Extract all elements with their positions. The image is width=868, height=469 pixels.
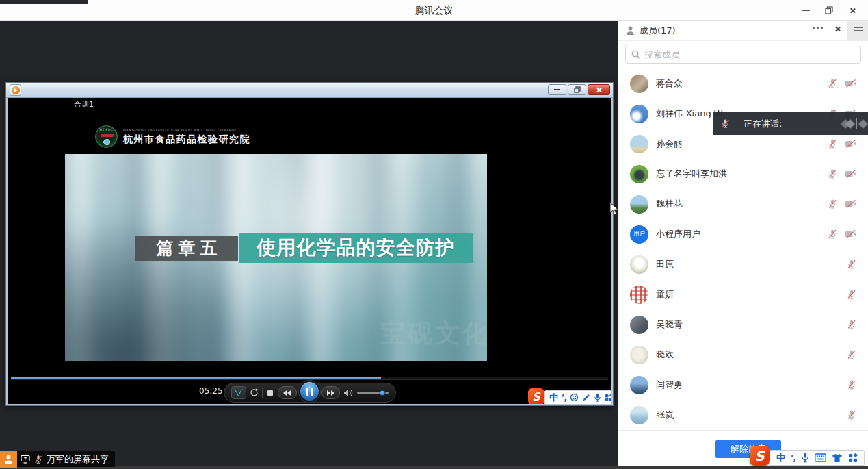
member-row[interactable]: 忘了名字叫李加洪 [618, 159, 868, 189]
member-search-box[interactable] [625, 45, 861, 64]
emoji-icon[interactable] [570, 393, 579, 402]
avatar [630, 165, 648, 183]
app-titlebar: 腾讯会议 [0, 0, 868, 21]
presenter-badge[interactable]: 万军的屏幕共享 [0, 451, 115, 468]
member-row[interactable]: 吴晓青 [618, 309, 868, 340]
close-button[interactable] [841, 0, 864, 21]
minimize-button[interactable] [794, 0, 817, 21]
member-row[interactable]: 童妍 [618, 279, 868, 309]
panel-menu-button[interactable] [847, 21, 868, 41]
mic-muted-icon[interactable] [846, 349, 857, 360]
restore-icon [825, 6, 833, 14]
ime-mic-icon[interactable] [801, 453, 809, 463]
seek-bar[interactable] [11, 377, 608, 380]
mic-muted-icon[interactable] [846, 319, 857, 330]
ime-mic-icon[interactable] [594, 393, 601, 402]
taskbar-strip[interactable] [0, 466, 868, 469]
member-row[interactable]: 晓欢 [618, 340, 868, 370]
volume-knob[interactable] [379, 390, 385, 396]
members-header: 成员(17) [618, 21, 868, 41]
screen-share-icon [21, 455, 30, 464]
ime-punct-toggle[interactable]: ’, [562, 393, 566, 403]
panel-close-button[interactable] [834, 26, 841, 32]
restore-button[interactable] [817, 0, 841, 21]
mic-muted-icon[interactable] [846, 379, 857, 390]
ime-grid-icon[interactable] [848, 453, 858, 463]
fast-forward-button[interactable] [321, 386, 341, 399]
sogou-logo-icon[interactable]: S [750, 446, 770, 466]
ime-grid-icon[interactable] [605, 394, 611, 402]
speaking-label: 正在讲话: [744, 118, 782, 130]
members-icon [625, 25, 635, 36]
mic-muted-icon[interactable] [846, 409, 857, 420]
avatar [630, 135, 648, 153]
search-icon [631, 50, 640, 59]
player-titlebar[interactable] [6, 83, 613, 98]
player-minimize-button[interactable] [548, 84, 566, 95]
institute-name-en: HANGZHOU INSTITUTE FOR FOOD AND DRUG CON… [123, 128, 250, 132]
member-row[interactable]: 张岚 [618, 400, 868, 430]
member-row[interactable]: 用户 小程序用户 [618, 219, 868, 249]
presenter-avatar-icon[interactable] [0, 451, 17, 468]
rewind-button[interactable] [278, 386, 297, 399]
ime-skin-icon[interactable] [832, 453, 843, 463]
player-restore-button[interactable] [568, 84, 586, 95]
member-row[interactable]: 闫智勇 [618, 370, 868, 400]
mouse-cursor [609, 202, 619, 216]
mic-muted-icon[interactable] [827, 138, 838, 149]
volume-button[interactable] [343, 389, 354, 397]
sogou-logo-icon[interactable]: S [528, 388, 544, 404]
member-name: 小程序用户 [656, 228, 819, 240]
camera-muted-icon[interactable] [845, 229, 857, 239]
avatar [630, 255, 648, 274]
volume-slider[interactable] [357, 392, 389, 394]
mic-muted-icon[interactable] [827, 199, 838, 210]
repeat-button[interactable] [250, 388, 259, 397]
member-name: 田原 [656, 258, 839, 270]
pause-button[interactable] [299, 381, 320, 402]
mic-muted-icon[interactable] [846, 289, 857, 300]
repeat-icon [250, 388, 259, 397]
screen-corner-strip [0, 0, 88, 4]
member-name: 魏桂花 [656, 198, 819, 210]
member-row[interactable]: 魏桂花 [618, 189, 868, 219]
ime-lang-toggle[interactable]: 中 [549, 392, 558, 404]
member-name: 吴晓青 [656, 318, 839, 331]
member-row[interactable]: 田原 [618, 249, 868, 279]
camera-muted-icon[interactable] [845, 199, 857, 209]
ime-keyboard-icon[interactable] [815, 453, 826, 462]
member-name: 童妍 [656, 288, 839, 301]
camera-muted-icon[interactable] [845, 139, 857, 149]
institute-logo-icon: HZIFDC [95, 125, 118, 148]
elapsed-time: 05:25 [199, 386, 223, 396]
close-icon [850, 8, 856, 14]
video-content[interactable]: 合训1 HZIFDC HANGZHOU INSTITUTE FOR FOOD A… [8, 98, 611, 404]
mic-muted-icon[interactable] [846, 259, 857, 270]
avatar: 用户 [630, 225, 648, 244]
player-app-icon [10, 84, 21, 96]
chapter-title: 使用化学品的安全防护 [239, 233, 473, 263]
member-search-input[interactable] [644, 49, 855, 60]
camera-muted-icon[interactable] [845, 79, 857, 88]
player-logo-button[interactable] [231, 386, 246, 399]
video-corner-label: 合训1 [74, 99, 94, 110]
pencil-icon[interactable] [582, 394, 590, 402]
desktop: 腾讯会议 合训1 HZIFDC [0, 0, 868, 469]
toast-divider [737, 118, 737, 129]
camera-muted-icon[interactable] [845, 169, 857, 179]
progress-fill [11, 377, 381, 379]
media-player-window[interactable]: 合训1 HZIFDC HANGZHOU INSTITUTE FOR FOOD A… [5, 82, 614, 406]
member-name: 张岚 [656, 409, 839, 421]
stop-button[interactable] [266, 390, 274, 396]
ime-punct-toggle[interactable]: ’, [791, 453, 795, 463]
institute-logo-row: HZIFDC HANGZHOU INSTITUTE FOR FOOD AND D… [95, 125, 250, 148]
presenter-badge-body: 万军的屏幕共享 [17, 451, 115, 467]
mic-muted-icon[interactable] [827, 168, 838, 179]
mic-muted-icon[interactable] [827, 78, 838, 89]
mic-muted-icon[interactable] [827, 229, 838, 240]
toast-mic-muted-icon [720, 118, 731, 129]
panel-more-button[interactable] [813, 27, 823, 29]
ime-lang-toggle[interactable]: 中 [776, 452, 785, 464]
player-close-button[interactable] [588, 84, 610, 95]
member-row[interactable]: 蒋合众 [618, 68, 868, 99]
